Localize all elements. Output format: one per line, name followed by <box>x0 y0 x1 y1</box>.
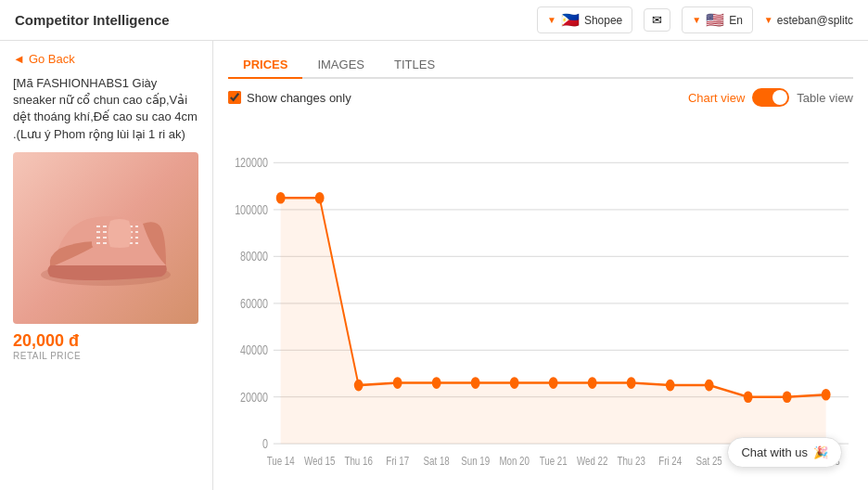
svg-text:20000: 20000 <box>240 390 268 405</box>
chart-view-label: Chart view <box>688 91 745 105</box>
mail-icon: ✉ <box>652 13 662 27</box>
chart-line <box>281 198 826 396</box>
tab-titles[interactable]: TITLES <box>379 52 450 79</box>
svg-text:Sat 25: Sat 25 <box>696 455 722 467</box>
user-dropdown-arrow: ▼ <box>764 15 773 25</box>
table-view-label: Table view <box>797 91 853 105</box>
en-flag-icon: 🇺🇸 <box>706 11 724 29</box>
data-point <box>783 391 792 403</box>
product-image <box>13 152 198 324</box>
go-back-label: Go Back <box>29 52 75 66</box>
show-changes-label: Show changes only <box>247 91 351 105</box>
app-title: Competitor Intelligence <box>15 12 170 28</box>
view-toggle: Chart view Table view <box>688 88 853 107</box>
data-point <box>627 377 636 389</box>
lang-dropdown-arrow: ▼ <box>692 15 701 25</box>
shopee-button[interactable]: ▼ 🇵🇭 Shopee <box>537 6 632 33</box>
show-changes-checkbox[interactable]: Show changes only <box>228 91 351 105</box>
right-panel: PRICES IMAGES TITLES Show changes only C… <box>213 41 868 490</box>
user-button[interactable]: ▼ esteban@splitc <box>764 14 853 27</box>
svg-text:Fri 17: Fri 17 <box>386 455 409 467</box>
svg-text:Wed 15: Wed 15 <box>304 455 335 467</box>
data-point <box>705 380 714 392</box>
svg-text:120000: 120000 <box>235 156 268 171</box>
view-toggle-switch[interactable] <box>752 88 789 107</box>
header-controls: ▼ 🇵🇭 Shopee ✉ ▼ 🇺🇸 En ▼ esteban@splitc <box>537 6 853 33</box>
tab-bar: PRICES IMAGES TITLES <box>228 52 853 79</box>
data-point <box>432 377 441 389</box>
svg-text:40000: 40000 <box>240 343 268 358</box>
svg-text:Tue 14: Tue 14 <box>267 455 295 467</box>
retail-label: RETAIL PRICE <box>13 351 199 361</box>
svg-text:Fri 24: Fri 24 <box>658 455 682 467</box>
language-button[interactable]: ▼ 🇺🇸 En <box>682 6 753 33</box>
svg-text:Tue 21: Tue 21 <box>540 455 568 467</box>
chat-label: Chat with us <box>741 445 808 459</box>
data-point <box>471 377 480 389</box>
data-point <box>510 377 519 389</box>
data-point <box>393 377 402 389</box>
product-price: 20,000 đ <box>13 331 199 351</box>
controls-row: Show changes only Chart view Table view <box>228 88 853 107</box>
data-point <box>276 192 286 204</box>
shoe-illustration-icon <box>32 173 180 303</box>
data-point <box>822 389 831 401</box>
back-arrow-icon: ◄ <box>13 52 25 66</box>
price-chart: 0 20000 40000 60000 80000 100000 <box>228 116 853 479</box>
svg-text:60000: 60000 <box>240 297 268 312</box>
data-point <box>666 380 675 392</box>
svg-text:0: 0 <box>262 437 268 452</box>
toggle-knob <box>772 90 787 105</box>
svg-text:Sun 19: Sun 19 <box>461 455 490 467</box>
language-label: En <box>729 14 743 27</box>
shopee-label: Shopee <box>584 14 622 27</box>
main-content: ◄ Go Back [Mã FASHIONHABS1 Giày sneaker … <box>0 41 868 490</box>
svg-text:Thu 16: Thu 16 <box>344 455 372 467</box>
chat-emoji-icon: 🎉 <box>813 445 828 459</box>
data-point <box>549 377 558 389</box>
data-point <box>354 380 364 392</box>
show-changes-input[interactable] <box>228 91 241 104</box>
svg-text:Sat 18: Sat 18 <box>424 455 450 467</box>
tab-prices[interactable]: PRICES <box>228 52 302 79</box>
chat-widget[interactable]: Chat with us 🎉 <box>727 437 842 468</box>
header: Competitor Intelligence ▼ 🇵🇭 Shopee ✉ ▼ … <box>0 0 868 41</box>
go-back-link[interactable]: ◄ Go Back <box>13 52 199 66</box>
chart-area: 0 20000 40000 60000 80000 100000 <box>228 116 853 479</box>
ph-flag-icon: 🇵🇭 <box>561 11 580 29</box>
data-point <box>588 377 597 389</box>
shopee-dropdown-arrow: ▼ <box>547 15 556 25</box>
svg-text:80000: 80000 <box>240 250 268 264</box>
data-point <box>744 391 753 403</box>
svg-text:Mon 20: Mon 20 <box>499 455 530 467</box>
product-title: [Mã FASHIONHABS1 Giày sneaker nữ cổ chun… <box>13 75 199 143</box>
left-panel: ◄ Go Back [Mã FASHIONHABS1 Giày sneaker … <box>0 41 213 490</box>
data-point <box>315 192 325 204</box>
chart-fill <box>281 198 826 444</box>
tab-images[interactable]: IMAGES <box>302 52 379 79</box>
user-email: esteban@splitc <box>777 14 853 27</box>
svg-text:100000: 100000 <box>235 203 268 218</box>
svg-text:Wed 22: Wed 22 <box>577 455 607 467</box>
svg-text:Thu 23: Thu 23 <box>617 455 645 467</box>
mail-button[interactable]: ✉ <box>644 8 670 32</box>
